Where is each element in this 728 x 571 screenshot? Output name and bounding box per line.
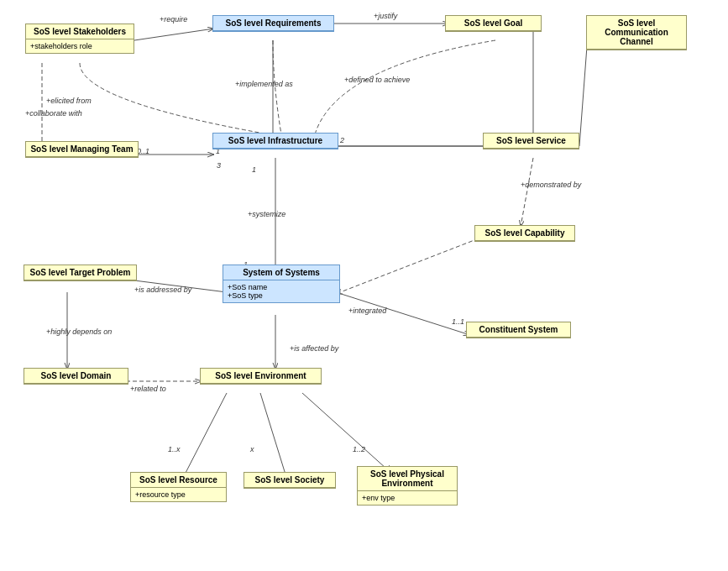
- box-society: SoS level Society: [244, 472, 336, 489]
- svg-line-8: [521, 158, 533, 227]
- box-constituent: Constituent System: [466, 322, 571, 338]
- box-stakeholders-body: +stakeholders role: [26, 39, 134, 53]
- diagram-container: +require +justify +implemented as +elici…: [0, 0, 728, 571]
- box-managing: SoS level Managing Team: [25, 141, 139, 158]
- box-requirements: SoS level Requirements: [212, 15, 334, 32]
- label-two: 2: [340, 136, 344, 144]
- label-systemize: +systemize: [248, 210, 285, 218]
- label-related: +related to: [130, 385, 166, 393]
- box-sos-body: +SoS name+SoS type: [223, 280, 339, 302]
- box-target-header: SoS level Target Problem: [24, 265, 136, 280]
- label-one2: 1: [252, 165, 256, 174]
- label-demonstrated: +demonstrated by: [521, 181, 581, 189]
- box-communication: SoS level Communication Channel: [586, 15, 687, 50]
- label-justify: +justify: [374, 12, 397, 20]
- box-infrastructure: SoS level Infrastructure: [212, 133, 338, 149]
- label-manages: 0..1: [137, 147, 149, 155]
- box-goal: SoS level Goal: [445, 15, 542, 32]
- box-service-header: SoS level Service: [484, 134, 579, 149]
- svg-line-16: [185, 393, 227, 474]
- box-capability-header: SoS level Capability: [475, 226, 574, 241]
- svg-line-10: [336, 238, 479, 294]
- box-constituent-header: Constituent System: [467, 322, 570, 338]
- label-depends: +highly depends on: [46, 327, 112, 336]
- svg-line-17: [260, 393, 285, 474]
- box-physical-header: SoS level Physical Environment: [358, 467, 457, 491]
- box-sos-header: System of Systems: [223, 265, 339, 280]
- box-goal-header: SoS level Goal: [446, 16, 541, 31]
- box-physical: SoS level Physical Environment +env type: [357, 466, 458, 506]
- box-target: SoS level Target Problem: [24, 265, 137, 281]
- label-oneone: 1..1: [452, 317, 464, 326]
- box-service: SoS level Service: [483, 133, 579, 149]
- box-communication-header: SoS level Communication Channel: [587, 16, 686, 50]
- box-environment: SoS level Environment: [200, 368, 322, 385]
- box-resource-header: SoS level Resource: [131, 473, 226, 488]
- label-integrated: +integrated: [348, 306, 386, 315]
- label-defined: +defined to achieve: [344, 76, 410, 84]
- box-managing-header: SoS level Managing Team: [26, 142, 138, 157]
- box-resource: SoS level Resource +resource type: [130, 472, 227, 502]
- label-x: x: [250, 445, 254, 453]
- box-resource-body: +resource type: [131, 488, 226, 501]
- box-domain-header: SoS level Domain: [24, 369, 128, 384]
- label-affected: +is affected by: [290, 344, 338, 353]
- box-physical-body: +env type: [358, 491, 457, 505]
- svg-line-5: [579, 35, 588, 146]
- box-society-header: SoS level Society: [244, 473, 335, 488]
- box-environment-header: SoS level Environment: [201, 369, 321, 384]
- box-capability: SoS level Capability: [474, 225, 575, 242]
- label-addressed: +is addressed by: [134, 286, 191, 294]
- label-require: +require: [160, 15, 187, 24]
- box-sos: System of Systems +SoS name+SoS type: [223, 265, 340, 303]
- label-1x: 1..x: [168, 445, 181, 453]
- label-3: 3: [217, 161, 221, 170]
- label-implemented: +implemented as: [235, 80, 293, 88]
- svg-line-2: [134, 29, 214, 40]
- box-stakeholders: SoS level Stakeholders +stakeholders rol…: [25, 24, 134, 54]
- label-collaborate: +collaborate with: [25, 109, 82, 118]
- box-infrastructure-header: SoS level Infrastructure: [213, 134, 338, 149]
- box-requirements-header: SoS level Requirements: [213, 16, 333, 31]
- label-elicited: +elicited from: [46, 97, 92, 105]
- label-1-2: 1..2: [353, 445, 365, 453]
- svg-line-18: [302, 393, 386, 469]
- box-domain: SoS level Domain: [24, 368, 128, 385]
- box-stakeholders-header: SoS level Stakeholders: [26, 24, 134, 39]
